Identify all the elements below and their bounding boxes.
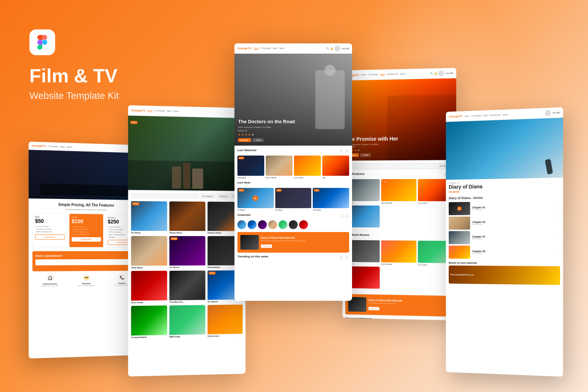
lw-image — [294, 156, 321, 176]
nr-image: LIVE — [381, 179, 416, 201]
browse-search-input[interactable] — [131, 193, 198, 199]
main-nav-links: Home TV Schedule News Sports — [254, 47, 324, 50]
nav-link-home[interactable]: Home — [254, 47, 258, 50]
tomorrow-filter[interactable]: Tomorrow — [217, 194, 229, 199]
episode-item-1[interactable]: ▶ Chapter 01 45 min • Drama › — [449, 201, 560, 215]
feature-item: ✓ About or distance views — [35, 231, 65, 232]
nr-label: Her & Him ❤ — [381, 202, 416, 204]
live-now-row: LIVE ▶ Air Movie LIVE Air News LIVE Air … — [237, 188, 349, 211]
channel-7[interactable] — [299, 220, 308, 229]
trailer-button[interactable]: Trailer — [252, 138, 263, 142]
lw-image — [266, 156, 293, 176]
nav-link-sports[interactable]: Sports — [279, 47, 284, 50]
episode-item-2[interactable]: Chapter 03 50 min • Drama › — [449, 216, 560, 230]
ln-card-2[interactable]: LIVE Air News — [275, 188, 312, 211]
card-label: Football Match — [131, 336, 168, 339]
plan-button-basic[interactable]: Choose Plan — [35, 234, 65, 239]
card-label: Hero Leads — [131, 301, 168, 304]
browse-card-7[interactable]: Hero Leads — [131, 271, 168, 303]
nav-link-news[interactable]: News — [167, 110, 172, 113]
watch-button[interactable]: ▶ Watch — [238, 138, 251, 142]
live-badge: LIVE — [383, 180, 388, 183]
search-icon[interactable]: 🔍 — [326, 47, 329, 50]
nav-link[interactable]: TV Schedule — [471, 114, 481, 117]
search-icon[interactable]: 🔍 — [430, 72, 433, 75]
star-icon: ★ — [355, 149, 357, 152]
faq-input[interactable] — [35, 259, 136, 266]
lw-card-4[interactable]: Hig... — [322, 156, 349, 179]
all-category-filter[interactable]: All Category ▾ — [200, 193, 216, 199]
episode-item-3[interactable]: Chapter 07 48 min • Drama › — [449, 231, 560, 244]
nav-link-home[interactable]: Home — [148, 109, 153, 112]
lw-card-1[interactable]: LIVE Interspace — [237, 156, 264, 179]
plan-name: Family — [72, 216, 101, 219]
ep-arrow-icon: › — [559, 236, 560, 239]
browse-card-1[interactable]: LIVE Air News — [131, 201, 168, 234]
nav-link-tv[interactable]: TV Schedule — [261, 47, 271, 50]
top-week-grid: Interspace LIVE Her & Him ❤ Lo Lo Land H… — [345, 240, 453, 293]
nav-link-news[interactable]: News — [273, 47, 277, 50]
ln-card-1[interactable]: LIVE ▶ Air Movie — [237, 188, 274, 211]
channel-3[interactable] — [258, 220, 267, 229]
branding-section: Film & TV Website Template Kit — [29, 29, 119, 101]
browse-card-4[interactable]: Josh News — [131, 236, 168, 269]
footer-icons-grid: 🎧 General Service What services do we of… — [32, 274, 139, 287]
nav-link[interactable]: Home — [465, 115, 469, 117]
bell-icon[interactable]: 🔔 — [330, 47, 333, 50]
channel-4[interactable] — [268, 220, 277, 229]
browse-card-5[interactable]: LIVE Air Movie — [169, 236, 205, 268]
nav-link[interactable]: TV Schedule — [368, 73, 378, 76]
watch-now-button-detail[interactable]: Watch Now — [369, 307, 380, 310]
tw-card-2[interactable]: LIVE Her & Him ❤ — [381, 240, 416, 266]
pricing-subtitle: The best templates for your website at a… — [32, 208, 139, 211]
card-label: Air News — [131, 232, 168, 234]
ln-card-3[interactable]: LIVE Air Sports — [313, 188, 349, 211]
browse-card-12[interactable]: Cyclocross — [207, 304, 243, 337]
nav-link: News — [60, 145, 65, 147]
nav-link[interactable]: Entertainment — [387, 73, 398, 76]
card-image — [131, 271, 168, 300]
pricing-hero-image — [29, 150, 142, 200]
plan-price: $50 — [35, 218, 65, 224]
card-label: Josh News — [131, 266, 168, 269]
watch-now-button[interactable]: Watch Now — [261, 245, 272, 248]
nav-link[interactable]: Sports — [503, 113, 508, 116]
plan-button-family[interactable]: Choose Plan — [72, 237, 101, 242]
next-arrow[interactable]: › — [345, 255, 349, 260]
prev-arrow[interactable]: ‹ — [339, 149, 344, 153]
nav-link-sports[interactable]: Sports — [173, 110, 179, 113]
bell-icon[interactable]: 🔔 — [434, 72, 437, 75]
card-image — [131, 236, 168, 266]
channel-2[interactable] — [248, 220, 257, 229]
based-on-card[interactable]: Recommended for you — [449, 266, 560, 285]
card-image — [169, 271, 205, 300]
episode-item-4[interactable]: Chapter 09 52 min • Drama › — [449, 246, 560, 259]
nav-link[interactable]: News — [483, 114, 488, 116]
browse-card-10[interactable]: Football Match — [131, 306, 168, 339]
next-arrow[interactable]: › — [345, 149, 349, 153]
ep-thumbnail-2 — [449, 217, 470, 230]
next-arrow[interactable]: › — [345, 214, 349, 218]
detail-search-input[interactable] — [345, 163, 436, 169]
nav-link-active[interactable]: World — [380, 73, 385, 76]
episodes-hero-image — [446, 118, 563, 180]
channel-5[interactable] — [279, 220, 287, 229]
nav-link[interactable]: Home — [361, 74, 366, 76]
ep-arrow-icon: › — [559, 221, 560, 224]
prev-arrow[interactable]: ‹ — [339, 255, 344, 260]
nav-link-schedule[interactable]: TV Schedule — [154, 110, 165, 113]
lw-card-2[interactable]: Her & Him ❤ — [266, 156, 293, 179]
browse-card-2[interactable]: Sharp News — [169, 202, 205, 234]
nav-link[interactable]: Sports — [400, 73, 405, 75]
prev-arrow[interactable]: ‹ — [339, 214, 344, 218]
channel-1[interactable] — [237, 220, 246, 229]
nr-card-2[interactable]: LIVE Her & Him ❤ — [381, 179, 416, 204]
browse-card-8[interactable]: The Man Kin... — [169, 271, 205, 303]
browse-card-11[interactable]: BMX Indie — [169, 305, 205, 338]
channel-6[interactable] — [289, 220, 298, 229]
lw-card-3[interactable]: Lo Lo Land — [294, 156, 321, 179]
last-watched-title: Last Watched — [237, 149, 257, 152]
nav-link[interactable]: Entertainment — [490, 114, 501, 116]
contact-icon: 📞 — [118, 274, 126, 281]
trailer-button[interactable]: Trailer — [360, 153, 371, 157]
